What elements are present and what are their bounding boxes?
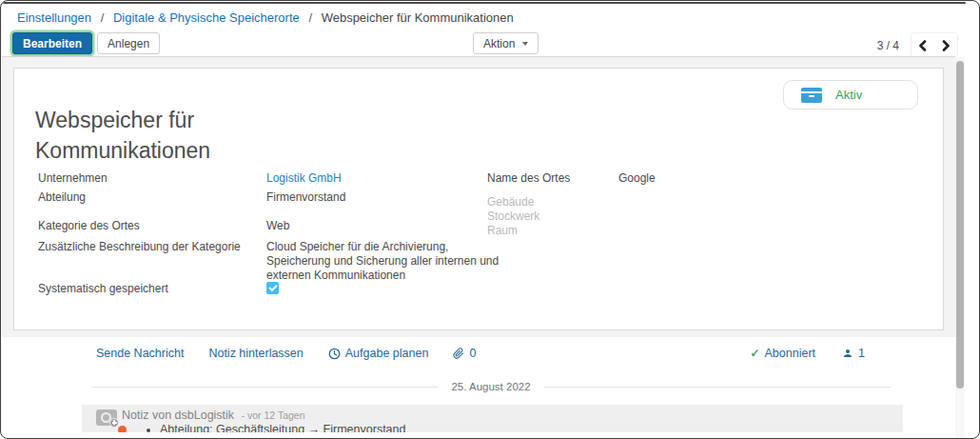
field-value: Firmenvorstand [266,190,345,205]
edit-create-group: Bearbeiten Anlegen [12,32,160,54]
message-header: Notiz von dsbLogistik - vor 12 Tagen [122,409,903,422]
breadcrumb-separator: / [308,10,312,25]
field-value: Cloud Speicher für die Archivierung, Spe… [266,240,506,283]
field-value: Web [266,219,289,233]
follower-controls: ✓ Abonniert 1 [750,347,865,360]
field-label: Name des Ortes [487,171,618,186]
field-label: Raum [487,224,618,238]
window-top-edge [3,2,966,4]
follower-count: 1 [858,347,865,360]
pager-buttons [911,32,958,58]
active-status-button[interactable]: Aktiv [783,80,918,110]
avatar [96,409,121,428]
field-label: Unternehmen [38,171,266,186]
camera-plus-badge-icon [109,418,119,428]
field-row-systematisch: Systematisch gespeichert [38,282,279,296]
active-status-label: Aktiv [835,88,862,102]
field-row-gebaeude: Gebäude [487,195,618,210]
send-message-button[interactable]: Sende Nachricht [96,347,184,360]
paperclip-icon [453,348,464,359]
schedule-activity-button[interactable]: Aufgabe planen [328,347,429,360]
chevron-left-icon [918,40,928,51]
form-sheet: Aktiv Webspeicher für Kommunikationen Un… [13,68,944,330]
camera-plus-icon [96,409,117,426]
attachments-button[interactable]: 0 [453,347,476,360]
field-label: Systematisch gespeichert [38,282,266,296]
field-label: Stockwerk [487,210,618,224]
field-label: Zusätzliche Beschreibung der Kategorie [38,240,266,283]
field-value: Google [618,171,656,186]
action-dropdown-button[interactable]: Aktion [473,32,539,54]
action-dropdown-label: Aktion [483,37,515,50]
message-body: Abteilung: Geschäftsleitung → Firmenvors… [145,423,903,432]
pager-counter: 3 / 4 [877,39,899,52]
field-row-unternehmen: Unternehmen Logistik GmbH [38,171,342,186]
field-row-kategorie: Kategorie des Ortes Web [38,219,289,233]
vertical-scrollbar[interactable] [955,57,965,439]
person-icon [842,348,853,359]
breadcrumb: Einstellungen / Digitale & Physische Spe… [17,10,514,25]
presence-indicator [118,426,127,432]
message-body-item: Abteilung: Geschäftsleitung → Firmenvors… [160,423,903,432]
attachment-count: 0 [469,347,476,360]
clock-icon [328,348,341,360]
log-note-button[interactable]: Notiz hinterlassen [208,347,303,360]
followers-button[interactable]: 1 [842,347,865,360]
app-window: Einstellungen / Digitale & Physische Spe… [0,0,980,439]
date-separator: 25. August 2022 [91,381,891,392]
field-value-company-link[interactable]: Logistik GmbH [266,171,342,186]
chatter-message: Notiz von dsbLogistik - vor 12 Tagen Abt… [82,405,903,432]
check-icon: ✓ [750,347,759,360]
record-title: Webspeicher für Kommunikationen [35,105,349,166]
scrollbar-thumb[interactable] [956,61,964,389]
breadcrumb-current: Webspeicher für Kommunikationen [322,10,514,25]
pager-previous-button[interactable] [911,33,934,57]
breadcrumb-link-einstellungen[interactable]: Einstellungen [17,10,91,25]
field-label: Gebäude [487,195,618,210]
following-label: Abonniert [765,347,816,360]
breadcrumb-separator: / [101,10,105,25]
date-separator-label: 25. August 2022 [438,381,543,392]
following-toggle-button[interactable]: ✓ Abonniert [750,347,815,360]
field-row-stockwerk: Stockwerk [487,210,618,224]
edit-button[interactable]: Bearbeiten [12,32,92,54]
breadcrumb-link-speicherorte[interactable]: Digitale & Physische Speicherorte [113,10,300,25]
control-panel: Bearbeiten Anlegen Aktion 3 / 4 [12,32,964,57]
message-author: Notiz von dsbLogistik [122,409,234,422]
caret-down-icon [522,42,528,46]
chevron-right-icon [941,40,951,51]
schedule-activity-label: Aufgabe planen [345,347,429,360]
message-timestamp: - vor 12 Tagen [242,409,305,421]
field-row-abteilung: Abteilung Firmenvorstand [38,190,345,205]
pager-next-button[interactable] [934,33,957,57]
archive-box-icon [801,88,822,103]
chatter-toolbar: Sende Nachricht Notiz hinterlassen Aufga… [96,342,865,365]
field-label: Abteilung [38,190,266,205]
systematisch-gespeichert-checkbox[interactable] [266,282,279,294]
field-row-raum: Raum [487,224,618,238]
field-row-name-des-ortes: Name des Ortes Google [487,171,656,186]
record-pager: 3 / 4 [877,32,958,58]
field-row-beschreibung: Zusätzliche Beschreibung der Kategorie C… [38,240,506,283]
field-label: Kategorie des Ortes [38,219,266,233]
create-button[interactable]: Anlegen [97,32,160,54]
